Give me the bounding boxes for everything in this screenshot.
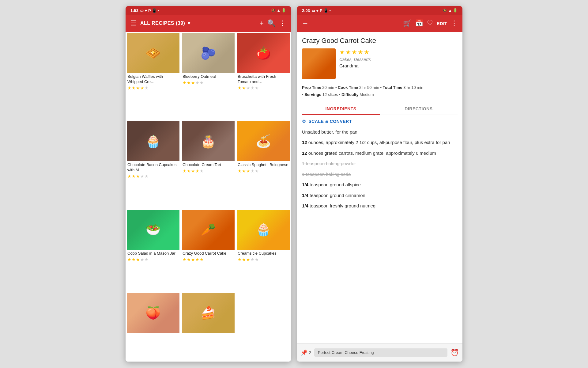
recipe-name-oatmeal: Blueberry Oatmeal bbox=[182, 74, 235, 79]
status-bar-right: 2:03 ω ♥ P 📱 • 🔕 ▲ 🔋 bbox=[297, 6, 462, 15]
status-time-right: 2:03 bbox=[302, 8, 310, 13]
recipe-image-cobb-salad: 🥗 bbox=[127, 210, 179, 250]
cart-icon[interactable]: 🛒 bbox=[403, 19, 411, 27]
back-icon[interactable]: ← bbox=[302, 19, 309, 27]
ingredient-carrots: 12 ounces grated carrots, medium grate, … bbox=[302, 150, 458, 157]
phone-recipes-list: 1:53 ω ♥ P 📱 • 🔕 ▲ 🔋 ☰ ALL RECIPES (39) … bbox=[126, 6, 291, 362]
recipe-name-cobb-salad: Cobb Salad in a Mason Jar bbox=[127, 251, 179, 256]
recipe-card-bruschetta[interactable]: 🍅 Bruschetta with Fresh Tomato and… ★ ★ … bbox=[236, 32, 291, 120]
phone-recipe-detail: 2:03 ω ♥ P 📱 • 🔕 ▲ 🔋 ← 🛒 📅 ♡ EDIT ⋮ Craz… bbox=[297, 6, 462, 362]
status-icons-left-right: ω ♥ P 📱 • bbox=[312, 8, 331, 13]
recipe-title: Crazy Good Carrot Cake bbox=[302, 37, 458, 45]
recipe-image-extra: 🍰 bbox=[182, 293, 235, 333]
recipe-card-oatmeal[interactable]: 🫐 Blueberry Oatmeal ★ ★ ★ ★ ★ bbox=[181, 32, 236, 120]
hamburger-icon[interactable]: ☰ bbox=[130, 19, 137, 27]
recipe-stars-choc-tart: ★ ★ ★ ★ ★ bbox=[183, 169, 235, 173]
tab-ingredients[interactable]: INGREDIENTS bbox=[302, 103, 380, 115]
recipe-stars-creamsicle: ★ ★ ★ ★ ★ bbox=[238, 257, 290, 262]
recipe-name-spaghetti: Classic Spaghetti Bolognese bbox=[237, 162, 290, 168]
recipe-card-waffle[interactable]: 🧇 Belgian Waffles with Whipped Cre… ★ ★ … bbox=[126, 32, 181, 120]
recipe-stars-spaghetti: ★ ★ ★ ★ ★ bbox=[238, 169, 290, 173]
recipe-stars-waffle: ★ ★ ★ ★ ★ bbox=[127, 85, 179, 90]
recipe-image-waffle: 🧇 bbox=[127, 33, 179, 73]
status-icons-right-right: 🔕 ▲ 🔋 bbox=[443, 8, 458, 13]
tab-directions[interactable]: DIRECTIONS bbox=[380, 103, 458, 115]
calendar-icon[interactable]: 📅 bbox=[415, 19, 423, 27]
recipe-image-oatmeal: 🫐 bbox=[182, 33, 235, 73]
recipe-stars-cobb-salad: ★ ★ ★ ★ ★ bbox=[127, 257, 179, 262]
recipe-card-peach[interactable]: 🍑 bbox=[126, 292, 181, 362]
detail-content: Crazy Good Carrot Cake ★ ★ ★ ★ ★ Cakes, … bbox=[297, 32, 462, 343]
recipe-image-creamsicle: 🧁 bbox=[237, 210, 290, 250]
edit-button[interactable]: EDIT bbox=[437, 21, 447, 26]
recipe-stars-choc-cupcake: ★ ★ ★ ★ ★ bbox=[127, 174, 179, 179]
recipe-image-choc-tart: 🎂 bbox=[182, 121, 235, 161]
recipe-card-choc-tart[interactable]: 🎂 Chocolate Cream Tart ★ ★ ★ ★ ★ bbox=[181, 120, 236, 208]
recipe-card-creamsicle[interactable]: 🧁 Creamsicle Cupcakes ★ ★ ★ ★ ★ bbox=[236, 209, 291, 292]
recipe-times: Prep Time 20 min • Cook Time 2 hr 50 min… bbox=[302, 84, 458, 98]
ingredient-butter: Unsalted butter, for the pan bbox=[302, 129, 458, 136]
recipe-tabs: INGREDIENTS DIRECTIONS bbox=[302, 103, 458, 115]
more-options-icon[interactable]: ⋮ bbox=[279, 19, 286, 27]
recipe-name-choc-cupcake: Chocolate Bacon Cupcakes with M… bbox=[127, 162, 179, 173]
recipe-image-choc-cupcake: 🧁 bbox=[127, 121, 179, 161]
ingredient-allspice: 1/4 teaspoon ground allspice bbox=[302, 181, 458, 188]
pin-icon: 📌 bbox=[301, 349, 307, 356]
recipe-image-bruschetta: 🍅 bbox=[237, 33, 290, 73]
scale-icon: ⚙ bbox=[302, 119, 306, 124]
status-time: 1:53 bbox=[130, 8, 138, 13]
recipe-image-spaghetti: 🍝 bbox=[237, 121, 290, 161]
search-icon[interactable]: 🔍 bbox=[267, 19, 276, 27]
app-bar: ☰ ALL RECIPES (39) ▼ + 🔍 ⋮ bbox=[126, 15, 291, 32]
ingredient-flour: 12 ounces, approximately 2 1/2 cups, all… bbox=[302, 139, 458, 146]
ingredient-baking-soda: 1 teaspoon baking soda bbox=[302, 171, 458, 178]
ingredient-nutmeg: 1/4 teaspoon freshly ground nutmeg bbox=[302, 203, 458, 210]
recipe-stars-bruschetta: ★ ★ ★ ★ ★ bbox=[238, 85, 290, 90]
recipe-meta: ★ ★ ★ ★ ★ Cakes, Desserts Grandma bbox=[339, 48, 458, 79]
dropdown-arrow[interactable]: ▼ bbox=[187, 21, 191, 26]
recipe-card-spaghetti[interactable]: 🍝 Classic Spaghetti Bolognese ★ ★ ★ ★ ★ bbox=[236, 120, 291, 208]
recipe-author: Grandma bbox=[339, 63, 458, 68]
recipe-name-bruschetta: Bruschetta with Fresh Tomato and… bbox=[237, 74, 290, 85]
recipe-name-waffle: Belgian Waffles with Whipped Cre… bbox=[127, 74, 179, 85]
favorite-icon[interactable]: ♡ bbox=[427, 19, 433, 27]
recipe-category: Cakes, Desserts bbox=[339, 57, 458, 62]
bottom-bar: 📌 2 Perfect Cream Cheese Frosting ⏰ bbox=[297, 343, 462, 362]
pin-count: 2 bbox=[309, 350, 311, 355]
recipe-card-extra[interactable]: 🍰 bbox=[181, 292, 236, 362]
recipe-name-carrot-cake: Crazy Good Carrot Cake bbox=[182, 251, 235, 256]
status-bar-left: 1:53 ω ♥ P 📱 • 🔕 ▲ 🔋 bbox=[126, 6, 291, 15]
recipe-stars-carrot-cake: ★ ★ ★ ★ ★ bbox=[183, 257, 235, 262]
recipe-image-carrot-cake: 🥕 bbox=[182, 210, 235, 250]
scale-convert-button[interactable]: ⚙ SCALE & CONVERT bbox=[302, 119, 458, 124]
recipe-name-creamsicle: Creamsicle Cupcakes bbox=[237, 251, 290, 256]
ingredient-cinnamon: 1/4 teaspoon ground cinnamon bbox=[302, 192, 458, 199]
recipe-grid: 🧇 Belgian Waffles with Whipped Cre… ★ ★ … bbox=[126, 32, 291, 362]
more-options-detail-icon[interactable]: ⋮ bbox=[451, 19, 458, 27]
status-icons-left: ω ♥ P 📱 • bbox=[140, 8, 159, 13]
recipe-header: ★ ★ ★ ★ ★ Cakes, Desserts Grandma bbox=[302, 48, 458, 79]
alarm-icon[interactable]: ⏰ bbox=[450, 349, 459, 357]
status-icons-right: 🔕 ▲ 🔋 bbox=[271, 8, 286, 13]
recipe-card-cobb-salad[interactable]: 🥗 Cobb Salad in a Mason Jar ★ ★ ★ ★ ★ bbox=[126, 209, 181, 292]
add-icon[interactable]: + bbox=[260, 19, 264, 27]
recipe-card-carrot-cake[interactable]: 🥕 Crazy Good Carrot Cake ★ ★ ★ ★ ★ bbox=[181, 209, 236, 292]
app-bar-detail: ← 🛒 📅 ♡ EDIT ⋮ bbox=[297, 15, 462, 32]
pinned-note-button[interactable]: Perfect Cream Cheese Frosting bbox=[314, 348, 447, 357]
recipe-image-peach: 🍑 bbox=[127, 293, 179, 333]
recipe-stars-oatmeal: ★ ★ ★ ★ ★ bbox=[183, 80, 235, 85]
scale-convert-label: SCALE & CONVERT bbox=[309, 119, 352, 124]
recipe-card-choc-cupcake[interactable]: 🧁 Chocolate Bacon Cupcakes with M… ★ ★ ★… bbox=[126, 120, 181, 208]
recipe-rating-stars: ★ ★ ★ ★ ★ bbox=[339, 48, 458, 56]
recipe-name-choc-tart: Chocolate Cream Tart bbox=[182, 162, 235, 168]
recipe-thumbnail bbox=[302, 48, 336, 79]
pin-badge: 📌 2 bbox=[301, 349, 311, 356]
app-bar-title: ALL RECIPES (39) ▼ bbox=[140, 21, 256, 26]
ingredient-baking-powder: 1 teaspoon baking powder bbox=[302, 160, 458, 167]
